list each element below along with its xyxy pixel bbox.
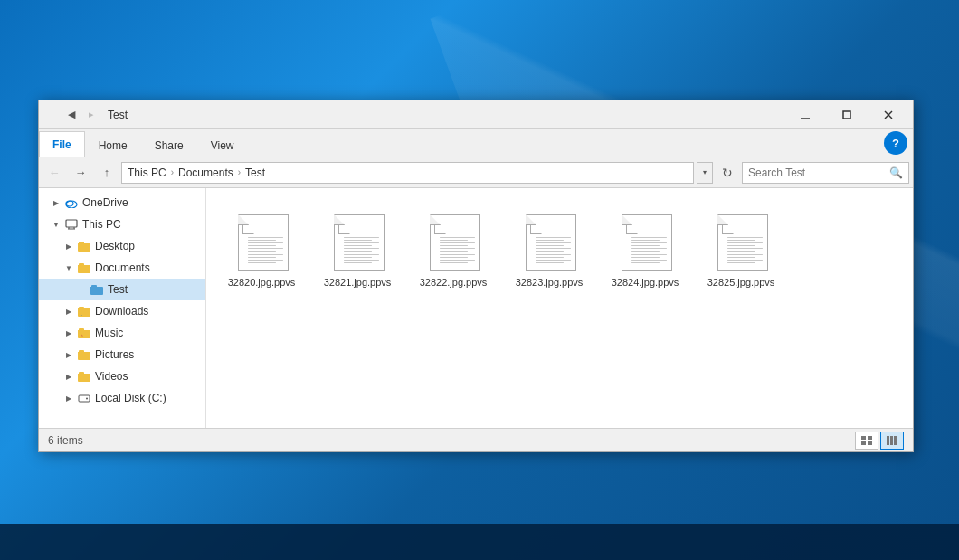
sidebar-item-onedrive[interactable]: ▶ OneDrive: [39, 192, 205, 214]
back-button[interactable]: ←: [43, 162, 66, 184]
svg-rect-6: [66, 220, 77, 227]
title-bar: ◀ ▸ Test: [39, 100, 913, 129]
tab-file[interactable]: File: [39, 131, 85, 157]
svg-rect-17: [890, 436, 893, 445]
tab-share[interactable]: Share: [141, 133, 197, 157]
item-count: 6 items: [48, 434, 855, 447]
svg-rect-14: [861, 441, 866, 445]
svg-rect-12: [861, 436, 866, 440]
minimize-button[interactable]: [784, 100, 826, 129]
quick-access-btn-2[interactable]: ▸: [82, 106, 100, 124]
ribbon: File Home Share View ?: [39, 129, 913, 157]
svg-rect-13: [868, 436, 872, 440]
file-item[interactable]: 32823.jpg.ppvs: [508, 203, 590, 293]
svg-point-5: [66, 201, 73, 206]
expand-music[interactable]: ▶: [62, 327, 75, 339]
taskbar: [0, 524, 959, 560]
details-view-button[interactable]: [855, 432, 878, 450]
documents-folder-icon: [77, 261, 91, 275]
svg-rect-10: [79, 395, 90, 402]
file-item[interactable]: 32825.jpg.ppvs: [700, 203, 782, 293]
desktop-label: Desktop: [95, 240, 135, 252]
search-input[interactable]: [748, 166, 889, 179]
file-item[interactable]: 32822.jpg.ppvs: [413, 203, 494, 293]
sidebar: ▶ OneDrive ▼: [39, 188, 206, 428]
sidebar-item-music[interactable]: ▶ ♪ Music: [39, 322, 205, 344]
file-label: 32821.jpg.ppvs: [324, 276, 392, 289]
main-area: ▶ OneDrive ▼: [39, 188, 913, 428]
expand-pictures[interactable]: ▶: [62, 348, 75, 361]
sidebar-item-local-disk[interactable]: ▶ Local Disk (C:): [39, 387, 205, 409]
expand-onedrive[interactable]: ▶: [50, 196, 62, 209]
videos-label: Videos: [95, 370, 128, 383]
content-area: 32820.jpg.ppvs 32821.jpg.ppvs 32822.jpg.…: [206, 188, 913, 428]
address-bar: ← → ↑ This PC › Documents › Test ▾ ↻ 🔍: [39, 157, 913, 188]
onedrive-icon: [64, 195, 79, 210]
window-title: Test: [104, 109, 784, 121]
svg-rect-1: [843, 111, 850, 119]
view-buttons: [855, 432, 904, 450]
status-bar: 6 items: [39, 428, 913, 451]
sidebar-item-documents[interactable]: ▼ Documents: [39, 257, 205, 279]
path-documents: Documents: [178, 166, 233, 179]
help-button[interactable]: ?: [884, 131, 907, 155]
music-label: Music: [95, 327, 123, 339]
local-disk-label: Local Disk (C:): [95, 392, 166, 404]
sidebar-item-test[interactable]: ▶ Test: [39, 279, 205, 300]
svg-point-4: [66, 201, 77, 208]
sidebar-item-this-pc[interactable]: ▼ This PC: [39, 214, 205, 235]
file-item[interactable]: 32824.jpg.ppvs: [604, 203, 686, 293]
tab-home[interactable]: Home: [85, 133, 141, 157]
path-test: Test: [245, 166, 265, 179]
ribbon-tabs: File Home Share View ?: [39, 129, 913, 157]
file-label: 32825.jpg.ppvs: [707, 276, 775, 289]
close-button[interactable]: [868, 100, 909, 129]
file-label: 32823.jpg.ppvs: [516, 276, 584, 289]
file-item[interactable]: 32820.jpg.ppvs: [221, 203, 302, 293]
downloads-label: Downloads: [95, 305, 148, 318]
forward-button[interactable]: →: [69, 162, 92, 184]
expand-desktop[interactable]: ▶: [62, 240, 75, 252]
sidebar-item-pictures[interactable]: ▶ Pictures: [39, 344, 205, 365]
search-icon[interactable]: 🔍: [889, 166, 903, 179]
videos-folder-icon: [77, 369, 91, 384]
expand-local-disk[interactable]: ▶: [62, 392, 75, 404]
quick-access-btn-1[interactable]: ◀: [62, 106, 81, 124]
test-folder-icon: [90, 282, 104, 297]
test-label: Test: [108, 283, 128, 296]
file-icon: [426, 207, 480, 271]
this-pc-label: This PC: [82, 218, 121, 231]
file-icon: [714, 207, 768, 271]
address-path[interactable]: This PC › Documents › Test: [121, 162, 694, 184]
path-segment: This PC › Documents › Test: [128, 166, 265, 179]
window-folder-icon: [43, 109, 59, 121]
sidebar-item-desktop[interactable]: ▶ Desktop: [39, 235, 205, 257]
drive-icon: [77, 391, 91, 405]
onedrive-label: OneDrive: [82, 196, 128, 209]
documents-label: Documents: [95, 261, 150, 274]
maximize-button[interactable]: [826, 100, 868, 129]
file-grid: 32820.jpg.ppvs 32821.jpg.ppvs 32822.jpg.…: [206, 188, 913, 428]
downloads-folder-icon: ↓: [77, 304, 91, 318]
file-label: 32820.jpg.ppvs: [228, 276, 296, 289]
large-icon-view-button[interactable]: [880, 432, 904, 450]
expand-this-pc[interactable]: ▼: [50, 218, 62, 231]
tab-view[interactable]: View: [197, 133, 248, 157]
path-this-pc: This PC: [128, 166, 166, 179]
expand-downloads[interactable]: ▶: [62, 305, 75, 318]
file-label: 32822.jpg.ppvs: [420, 276, 488, 289]
file-item[interactable]: 32821.jpg.ppvs: [317, 203, 398, 293]
search-box: 🔍: [742, 162, 909, 184]
sidebar-item-downloads[interactable]: ▶ ↓ Downloads: [39, 300, 205, 322]
sidebar-item-videos[interactable]: ▶ Videos: [39, 365, 205, 387]
svg-point-11: [86, 398, 88, 400]
expand-documents[interactable]: ▼: [62, 261, 75, 274]
up-button[interactable]: ↑: [95, 162, 119, 184]
expand-videos[interactable]: ▶: [62, 370, 75, 383]
music-folder-icon: ♪: [77, 326, 91, 340]
pictures-folder-icon: [77, 347, 91, 362]
address-dropdown[interactable]: ▾: [697, 162, 713, 184]
file-icon: [330, 207, 385, 271]
refresh-button[interactable]: ↻: [716, 162, 739, 184]
file-icon: [234, 207, 289, 271]
